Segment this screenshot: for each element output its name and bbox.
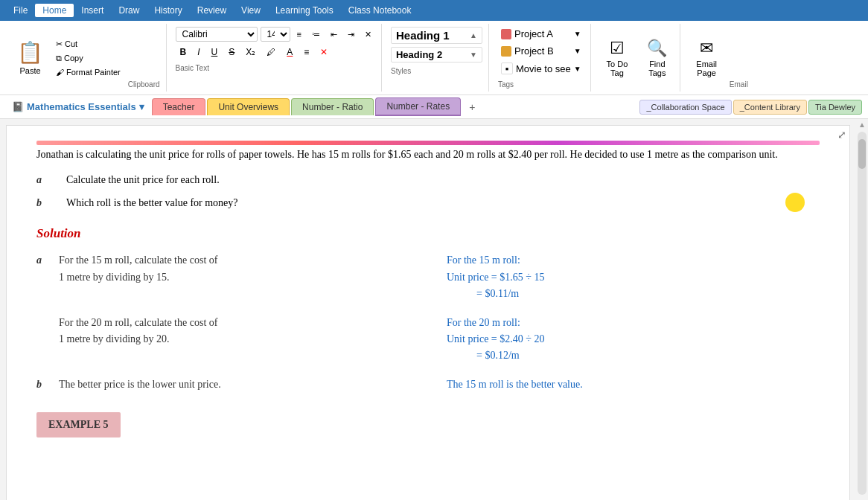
email-group: ✉ EmailPage Email — [683, 24, 754, 92]
find-icon: 🔍 — [647, 39, 667, 58]
sol-c-left: The better price is the lower unit price… — [59, 376, 432, 393]
question-b-row: b Which roll is the better value for mon… — [36, 195, 820, 211]
question-b-text: Which roll is the better value for money… — [66, 195, 238, 211]
format-painter-label: Format Painter — [66, 68, 121, 77]
notebook-chevron[interactable]: ▾ — [139, 101, 144, 112]
menu-review[interactable]: Review — [190, 4, 234, 17]
project-a-label: Project A — [514, 28, 553, 39]
font-size-selector[interactable]: 14 — [261, 27, 290, 42]
paste-label: Paste — [19, 66, 40, 75]
actions-group: ☑ To DoTag 🔍 FindTags — [594, 24, 681, 92]
project-b-color — [501, 46, 511, 57]
scissors-icon: ✂ — [56, 39, 63, 49]
clear-format-button[interactable]: ✕ — [361, 28, 375, 42]
tab-content-library[interactable]: _Content Library — [733, 100, 807, 115]
sol-b-left-1: For the 20 m roll, calculate the cost of — [59, 317, 217, 328]
paste-icon: 📋 — [17, 40, 43, 65]
tab-number-ratio[interactable]: Number - Ratio — [291, 98, 374, 115]
highlight-button[interactable]: 🖊 — [262, 45, 280, 60]
email-page-button[interactable]: ✉ EmailPage — [689, 27, 724, 89]
bold-button[interactable]: B — [176, 45, 191, 60]
sol-a-label: a — [36, 252, 59, 269]
email-label: EmailPage — [696, 60, 717, 77]
find-tags-button[interactable]: 🔍 FindTags — [640, 27, 674, 89]
tab-teacher[interactable]: Teacher — [152, 98, 206, 115]
numbered-list-icon: ≔ — [312, 30, 320, 39]
font-row: Calibri 14 ≡ ≔ ⇤ ⇥ ✕ — [176, 27, 375, 42]
strikethrough-button[interactable]: S — [224, 45, 239, 60]
menu-home[interactable]: Home — [35, 4, 74, 17]
sol-b-right-2: Unit price = $2.40 ÷ 20 — [447, 331, 820, 347]
scroll-down-button[interactable]: ▼ — [857, 496, 867, 500]
scrollbar-thumb[interactable] — [858, 139, 866, 169]
sol-a-right-2: Unit price = $1.65 ÷ 15 — [447, 269, 820, 286]
subscript-button[interactable]: X₂ — [241, 45, 260, 60]
heading1-style[interactable]: Heading 1 ▲ — [391, 27, 482, 44]
scroll-down-icon[interactable]: ▼ — [470, 51, 477, 59]
remove-format-button[interactable]: ✕ — [316, 45, 332, 60]
increase-indent-button[interactable]: ⇥ — [344, 28, 358, 42]
decrease-indent-button[interactable]: ⇤ — [327, 28, 341, 42]
sol-a-right-3: = $0.11/m — [447, 286, 820, 302]
scroll-up-button[interactable]: ▲ — [857, 119, 867, 130]
question-a-text: Calculate the unit price for each roll. — [66, 172, 220, 188]
solution-c-row: b The better price is the lower unit pri… — [36, 376, 820, 393]
page-content[interactable]: ⤢ Jonathan is calculating the unit price… — [6, 125, 850, 500]
menu-bar: File Home Insert Draw History Review Vie… — [0, 0, 868, 21]
tab-number-rates[interactable]: Number - Rates — [375, 97, 461, 116]
email-icon: ✉ — [700, 39, 713, 58]
sol-b-right-3: = $0.12/m — [447, 347, 820, 364]
basic-text-group: Calibri 14 ≡ ≔ ⇤ ⇥ ✕ B I U — [170, 24, 382, 92]
clipboard-small-buttons: ✂ Cut ⧉ Copy 🖌 Format Painter — [53, 27, 124, 89]
copy-button[interactable]: ⧉ Copy — [53, 52, 124, 65]
sol-b-right: For the 20 m roll: Unit price = $2.40 ÷ … — [432, 315, 820, 365]
project-b-label: Project B — [514, 45, 554, 57]
menu-file[interactable]: File — [6, 4, 35, 17]
font-selector[interactable]: Calibri — [176, 27, 258, 42]
tag-project-a[interactable]: Project A ▼ — [498, 27, 584, 41]
menu-class-notebook[interactable]: Class Notebook — [341, 4, 419, 17]
question-b-label: b — [36, 195, 51, 211]
styles-group-label: Styles — [391, 67, 482, 75]
decrease-indent-icon: ⇤ — [331, 30, 337, 39]
tag-movie[interactable]: ▪ Movie to see ▼ — [498, 61, 584, 76]
scrollbar-track[interactable] — [858, 132, 867, 495]
tag-project-b[interactable]: Project B ▼ — [498, 44, 584, 58]
solution-a-row: a For the 15 m roll, calculate the cost … — [36, 252, 820, 302]
heading2-style[interactable]: Heading 2 ▼ — [391, 47, 482, 62]
format-row: B I U S X₂ 🖊 A ≡ ✕ — [176, 45, 375, 60]
italic-button[interactable]: I — [193, 45, 204, 60]
menu-insert[interactable]: Insert — [74, 4, 111, 17]
email-group-label: Email — [730, 79, 748, 89]
right-sidebar: ▲ ▼ — [856, 119, 868, 500]
font-color-button[interactable]: A — [282, 45, 297, 60]
sol-c-label: b — [36, 376, 59, 393]
todo-icon: ☑ — [610, 39, 625, 58]
tab-unit-overviews[interactable]: Unit Overviews — [207, 98, 290, 115]
expand-button[interactable]: ⤢ — [837, 129, 846, 141]
paste-button[interactable]: 📋 Paste — [12, 27, 48, 89]
project-a-color — [501, 29, 511, 39]
notebook-label[interactable]: 📓 Mathematics Essentials ▾ — [6, 101, 150, 112]
numbered-list-button[interactable]: ≔ — [308, 28, 324, 42]
scroll-up-icon[interactable]: ▲ — [470, 31, 477, 39]
align-button[interactable]: ≡ — [299, 45, 313, 60]
pink-bar — [36, 141, 820, 145]
copy-icon: ⧉ — [56, 54, 62, 63]
cut-button[interactable]: ✂ Cut — [53, 38, 124, 51]
todo-tag-button[interactable]: ☑ To DoTag — [600, 27, 635, 89]
todo-label: To DoTag — [607, 60, 628, 77]
solution-heading: Solution — [36, 223, 820, 243]
underline-button[interactable]: U — [207, 45, 223, 60]
notebook-name: Mathematics Essentials — [27, 101, 136, 112]
format-painter-button[interactable]: 🖌 Format Painter — [53, 66, 124, 78]
menu-view[interactable]: View — [234, 4, 268, 17]
add-tab-button[interactable]: + — [462, 97, 482, 116]
tab-collaboration-space[interactable]: _Collaboration Space — [639, 100, 731, 115]
menu-learning-tools[interactable]: Learning Tools — [268, 4, 341, 17]
sol-b-label — [36, 315, 59, 331]
menu-draw[interactable]: Draw — [111, 4, 147, 17]
bullet-list-button[interactable]: ≡ — [293, 28, 305, 41]
tab-tia-dewley[interactable]: Tia Dewley — [808, 100, 862, 115]
menu-history[interactable]: History — [147, 4, 189, 17]
